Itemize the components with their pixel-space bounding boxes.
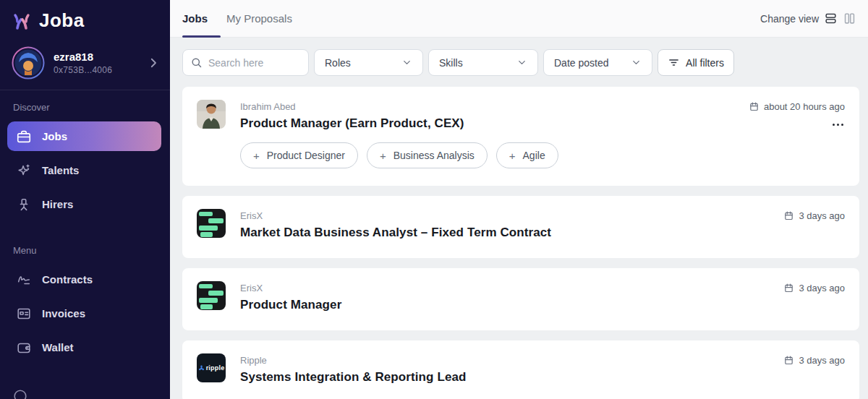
posted-label: about 20 hours ago xyxy=(764,101,845,112)
calendar-icon xyxy=(749,101,760,112)
posted-label: 3 days ago xyxy=(799,355,845,366)
sidebar: Joba ezra818 0x753B...4006 xyxy=(0,0,170,399)
sidebar-item-contracts[interactable]: Contracts xyxy=(7,265,161,294)
posted-time: 3 days ago xyxy=(783,283,845,293)
sidebar-item-talents[interactable]: Talents xyxy=(7,155,161,185)
app-logo: Joba xyxy=(0,0,170,39)
job-company: Ibrahim Abed xyxy=(240,101,734,112)
job-tags: + Product Designer + Business Analysis +… xyxy=(240,142,734,168)
change-view-control: Change view xyxy=(760,12,856,25)
chevron-down-icon xyxy=(516,57,527,68)
signature-icon xyxy=(16,272,32,288)
all-filters-label: All filters xyxy=(686,57,724,69)
sparkles-icon xyxy=(16,163,32,179)
tab-bar: Jobs My Proposals Change view xyxy=(170,0,868,38)
job-title: Product Manager (Earn Product, CEX) xyxy=(240,116,734,131)
posted-time: about 20 hours ago xyxy=(749,101,845,112)
filter-bar: Roles Skills Date posted xyxy=(182,49,859,76)
roles-dropdown[interactable]: Roles xyxy=(314,49,423,76)
job-meta: 3 days ago xyxy=(783,209,845,245)
tag-chip[interactable]: + Agile xyxy=(496,142,558,168)
tag-chip[interactable]: + Business Analysis xyxy=(367,142,488,168)
filter-icon xyxy=(668,56,680,69)
dropdown-label: Skills xyxy=(439,57,463,69)
tab-my-proposals[interactable]: My Proposals xyxy=(226,0,292,38)
erisx-logo xyxy=(197,281,226,310)
section-label-menu: Menu xyxy=(0,239,170,263)
invoice-icon xyxy=(16,306,32,322)
list-view-icon[interactable] xyxy=(824,12,838,25)
posted-time: 3 days ago xyxy=(783,210,845,221)
job-title: Systems Integration & Reporting Lead xyxy=(240,370,769,385)
calendar-icon xyxy=(783,283,794,293)
skills-dropdown[interactable]: Skills xyxy=(428,49,538,76)
sidebar-item-label: Hirers xyxy=(42,198,73,210)
plus-icon: + xyxy=(253,150,260,162)
wallet-address: 0x753B...4006 xyxy=(54,65,138,75)
dropdown-label: Roles xyxy=(325,57,351,69)
change-view-label: Change view xyxy=(760,13,819,25)
company-avatar-photo xyxy=(197,100,226,129)
job-card[interactable]: ErisX Product Manager 3 days ago xyxy=(182,268,859,330)
ripple-wordmark: ripple xyxy=(206,364,225,372)
calendar-icon xyxy=(783,210,794,221)
sidebar-item-label: Wallet xyxy=(42,341,74,353)
job-main: ErisX Market Data Business Analyst – Fix… xyxy=(240,209,769,245)
username: ezra818 xyxy=(54,51,138,63)
all-filters-button[interactable]: All filters xyxy=(658,49,734,76)
tab-label: Jobs xyxy=(182,12,208,25)
joba-logo-icon xyxy=(10,9,33,32)
job-main: Ripple Systems Integration & Reporting L… xyxy=(240,353,769,390)
tag-label: Business Analysis xyxy=(393,150,475,161)
user-profile[interactable]: ezra818 0x753B...4006 xyxy=(0,39,170,90)
chair-icon xyxy=(16,197,32,213)
job-company: Ripple xyxy=(240,355,769,366)
sidebar-item-jobs[interactable]: Jobs xyxy=(7,121,161,151)
user-meta: ezra818 0x753B...4006 xyxy=(54,51,138,75)
job-title: Product Manager xyxy=(240,298,769,312)
section-label-discover: Discover xyxy=(0,96,170,120)
job-meta: about 20 hours ago xyxy=(749,100,845,173)
job-card[interactable]: ripple Ripple Systems Integration & Repo… xyxy=(182,340,859,399)
job-main: Ibrahim Abed Product Manager (Earn Produ… xyxy=(240,100,734,173)
column-view-icon[interactable] xyxy=(843,12,856,25)
search-box xyxy=(182,49,309,76)
chevron-down-icon xyxy=(631,57,642,68)
posted-label: 3 days ago xyxy=(799,210,845,221)
tab-label: My Proposals xyxy=(226,12,292,25)
sidebar-item-label: Contracts xyxy=(42,273,93,286)
tag-chip[interactable]: + Product Designer xyxy=(240,142,358,168)
sidebar-item-hirers[interactable]: Hirers xyxy=(7,189,161,219)
search-input[interactable] xyxy=(208,57,288,69)
job-company: ErisX xyxy=(240,283,769,293)
more-options-button[interactable] xyxy=(831,121,845,129)
job-title: Market Data Business Analyst – Fixed Ter… xyxy=(240,226,769,240)
sidebar-item-invoices[interactable]: Invoices xyxy=(7,299,161,328)
avatar xyxy=(12,46,45,80)
main-area: Jobs My Proposals Change view xyxy=(170,0,868,399)
partial-bottom-icon[interactable] xyxy=(12,388,28,399)
sidebar-item-label: Talents xyxy=(42,164,79,176)
sidebar-item-wallet[interactable]: Wallet xyxy=(7,332,161,362)
job-main: ErisX Product Manager xyxy=(240,281,769,317)
job-meta: 3 days ago xyxy=(783,281,845,317)
posted-time: 3 days ago xyxy=(783,355,845,366)
job-list: Ibrahim Abed Product Manager (Earn Produ… xyxy=(182,87,859,399)
plus-icon: + xyxy=(509,150,516,162)
tab-jobs[interactable]: Jobs xyxy=(182,0,208,38)
chevron-right-icon xyxy=(147,56,160,69)
plus-icon: + xyxy=(380,150,386,162)
briefcase-icon xyxy=(16,129,32,145)
job-meta: 3 days ago xyxy=(783,353,845,390)
job-card[interactable]: Ibrahim Abed Product Manager (Earn Produ… xyxy=(182,87,859,186)
search-icon xyxy=(190,56,203,69)
job-card[interactable]: ErisX Market Data Business Analyst – Fix… xyxy=(182,196,859,258)
job-company: ErisX xyxy=(240,210,769,221)
tag-label: Product Designer xyxy=(267,150,345,161)
date-posted-dropdown[interactable]: Date posted xyxy=(543,49,652,76)
sidebar-divider xyxy=(0,90,170,90)
app-title: Joba xyxy=(39,9,85,32)
calendar-icon xyxy=(783,355,794,366)
wallet-icon xyxy=(16,340,32,356)
dropdown-label: Date posted xyxy=(554,57,609,69)
